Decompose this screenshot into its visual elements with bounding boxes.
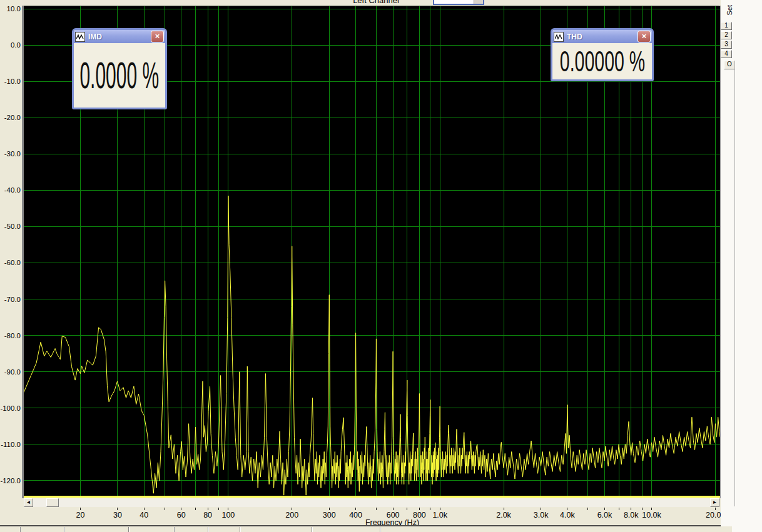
x-tick-mark [651,508,652,510]
x-tick-mark [228,508,228,510]
x-tick-mark [376,508,377,510]
thd-title: THD [567,33,582,41]
scroll-left-button[interactable]: ◄ [24,498,33,507]
x-tick-mark [440,508,440,510]
x-tick-label: 40 [125,511,163,519]
o-button[interactable]: O [724,61,735,69]
imd-value: 0.0000 % [80,54,160,97]
bottom-toolbar [0,526,732,532]
y-tick-label: -20.0 [0,113,21,122]
toolbar-separator [174,527,175,532]
waveform-icon [75,32,85,42]
bottom-right-patch [721,526,732,532]
h-scrollbar[interactable]: ◄ ► [24,498,719,507]
x-tick-mark [715,508,716,510]
preset-button-3[interactable]: 3 [721,41,732,49]
x-tick-label: 4.0k [549,511,586,519]
x-tick-label: 20 [61,511,99,519]
y-tick-label: -10.0 [0,77,21,86]
x-tick-mark [504,508,504,510]
toolbar-separator [312,527,313,532]
toolbar-separator [128,527,130,532]
y-tick-label: -100.0 [0,404,21,413]
y-tick-label: 10.0 [0,4,21,13]
thd-value: 0.00000 % [559,44,644,78]
toolbar-separator [20,527,21,532]
spinner-button-icon[interactable] [474,0,483,4]
imd-title-bar[interactable]: IMD × [74,30,165,43]
x-tick-mark [407,508,407,510]
x-tick-mark [208,508,208,510]
x-tick-label: 10.0k [633,511,671,519]
y-tick-label: -80.0 [0,331,21,340]
scroll-right-button[interactable]: ► [710,498,719,507]
x-tick-mark [218,508,219,510]
x-tick-mark [393,508,394,510]
y-tick-label: -40.0 [0,186,21,194]
waveform-icon [554,32,564,42]
y-tick-label: -120.0 [0,476,21,485]
x-tick-mark [430,508,430,510]
imd-meter-body: 0.0000 % [74,43,165,108]
x-tick-mark [567,508,567,510]
x-tick-mark [355,508,356,510]
toolbar-separator [380,527,381,532]
left-arrow-icon: ◄ [26,499,31,505]
imd-close-button[interactable]: × [151,31,164,43]
spectrum-trace [24,196,720,495]
x-tick-mark [181,508,181,510]
x-tick-label: 2.0k [485,511,522,519]
preset-button-4[interactable]: 4 [721,50,732,58]
x-tick-mark [117,508,118,510]
toolbar-separator [64,527,65,532]
x-tick-label: 200 [273,511,311,519]
x-tick-mark [642,508,643,510]
y-tick-label: -110.0 [0,440,21,449]
x-tick-mark [419,508,420,510]
toolbar-separator [208,527,209,532]
toolbar-separator [240,527,241,532]
y-tick-label: -60.0 [0,258,21,267]
app-screen: Left Channel 10.00.0-10.0-20.0-30.0-40.0… [0,0,762,532]
x-tick-mark [195,508,196,510]
y-tick-label: 0.0 [0,41,21,49]
x-tick-mark [541,508,541,510]
y-tick-label: -90.0 [0,368,21,376]
right-panel [721,0,762,532]
x-tick-mark [587,508,588,510]
preset-button-1[interactable]: 1 [721,22,732,30]
x-tick-label: 100 [210,511,247,519]
y-tick-label: -30.0 [0,149,21,158]
channel-selector[interactable] [433,0,484,5]
x-tick-mark [619,508,619,510]
thd-close-button[interactable]: × [638,31,651,43]
y-tick-label: -70.0 [0,295,21,304]
thd-title-bar[interactable]: THD × [552,30,652,43]
panel-divider [734,61,735,506]
x-tick-mark [144,508,145,510]
x-tick-mark [80,508,81,510]
x-tick-mark [604,508,605,510]
thd-window: THD × 0.00000 % [551,28,654,81]
set-label: Set [726,5,733,16]
x-tick-mark [329,508,330,510]
scrollbar-thumb[interactable] [46,498,59,507]
x-tick-mark [631,508,631,510]
x-tick-mark [165,508,165,510]
imd-title: IMD [88,33,102,41]
preset-button-2[interactable]: 2 [721,31,732,39]
x-tick-mark [292,508,292,510]
thd-meter-body: 0.00000 % [552,43,652,79]
channel-label: Left Channel [335,0,417,5]
right-arrow-icon: ► [713,499,718,505]
y-tick-label: -50.0 [0,222,21,231]
imd-window: IMD × 0.0000 % [72,28,167,109]
